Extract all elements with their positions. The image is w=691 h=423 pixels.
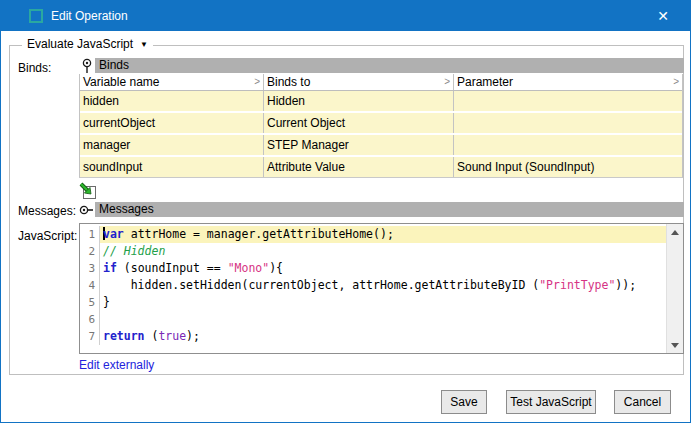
code-text[interactable]: if (soundInput == "Mono"){: [100, 260, 666, 277]
code-text[interactable]: hidden.setHidden(currentObject, attrHome…: [100, 277, 666, 294]
binds-section-bar: Binds: [79, 58, 684, 73]
cell-binds-to[interactable]: Current Object: [264, 113, 454, 133]
code-line[interactable]: 1var attrHome = manager.getAttributeHome…: [80, 226, 666, 243]
binds-table: Variable name > Binds to > Parameter > h…: [79, 74, 683, 178]
column-header-parameter[interactable]: Parameter >: [454, 74, 682, 90]
cell-variable-name[interactable]: hidden: [80, 91, 264, 111]
cell-binds-to[interactable]: STEP Manager: [264, 135, 454, 155]
line-number: 7: [80, 328, 100, 345]
test-javascript-button[interactable]: Test JavaScript: [506, 390, 596, 414]
key-vertical-icon: [79, 58, 95, 74]
messages-section-bar: Messages: [79, 202, 684, 217]
cell-variable-name[interactable]: currentObject: [80, 113, 264, 133]
cell-binds-to[interactable]: Hidden: [264, 91, 454, 111]
code-line[interactable]: 5}: [80, 294, 666, 311]
save-button[interactable]: Save: [441, 390, 487, 414]
cell-parameter[interactable]: Sound Input (SoundInput): [454, 157, 682, 177]
messages-label: Messages:: [18, 204, 76, 218]
key-horizontal-icon: [79, 202, 95, 218]
code-text[interactable]: var attrHome = manager.getAttributeHome(…: [100, 226, 666, 243]
code-text[interactable]: return (true);: [100, 328, 666, 345]
line-number: 3: [80, 260, 100, 277]
binds-section-title[interactable]: Binds: [95, 58, 684, 73]
binds-table-header: Variable name > Binds to > Parameter >: [80, 74, 682, 91]
code-line[interactable]: 4 hidden.setHidden(currentObject, attrHo…: [80, 277, 666, 294]
code-line[interactable]: 2// Hidden: [80, 243, 666, 260]
column-chevron-icon[interactable]: >: [673, 74, 679, 90]
table-row[interactable]: manager STEP Manager: [80, 135, 682, 157]
cell-parameter[interactable]: [454, 135, 682, 155]
code-text[interactable]: }: [100, 294, 666, 311]
editor-scrollbar[interactable]: [666, 224, 683, 353]
window-icon: [29, 9, 43, 23]
code-text[interactable]: [100, 311, 666, 328]
line-number: 6: [80, 311, 100, 328]
table-row[interactable]: soundInput Attribute Value Sound Input (…: [80, 157, 682, 177]
green-arrow-box-icon: [79, 182, 97, 200]
scroll-down-icon[interactable]: [667, 337, 684, 353]
operation-type-label: Evaluate JavaScript: [27, 37, 133, 51]
column-chevron-icon[interactable]: >: [254, 74, 260, 90]
javascript-editor[interactable]: 1var attrHome = manager.getAttributeHome…: [79, 223, 684, 354]
code-text[interactable]: // Hidden: [100, 243, 666, 260]
cell-variable-name[interactable]: manager: [80, 135, 264, 155]
table-row[interactable]: currentObject Current Object: [80, 113, 682, 135]
code-line[interactable]: 6: [80, 311, 666, 328]
messages-section-title[interactable]: Messages: [95, 202, 684, 217]
cancel-button[interactable]: Cancel: [614, 390, 671, 414]
cell-parameter[interactable]: [454, 113, 682, 133]
line-number: 2: [80, 243, 100, 260]
table-row[interactable]: hidden Hidden: [80, 91, 682, 113]
code-line[interactable]: 7return (true);: [80, 328, 666, 345]
window-title: Edit Operation: [51, 1, 128, 31]
binds-label: Binds:: [18, 61, 51, 75]
cell-variable-name[interactable]: soundInput: [80, 157, 264, 177]
cell-parameter[interactable]: [454, 91, 682, 111]
line-number: 1: [80, 226, 100, 243]
edit-operation-dialog: Edit Operation ✕ Evaluate JavaScript ▼ B…: [0, 0, 691, 423]
cell-binds-to[interactable]: Attribute Value: [264, 157, 454, 177]
edit-externally-link[interactable]: Edit externally: [79, 358, 154, 372]
title-bar[interactable]: Edit Operation ✕: [1, 1, 690, 31]
code-line[interactable]: 3if (soundInput == "Mono"){: [80, 260, 666, 277]
assign-bind-button[interactable]: [79, 182, 97, 200]
column-header-binds-to[interactable]: Binds to >: [264, 74, 454, 90]
column-chevron-icon[interactable]: >: [444, 74, 450, 90]
line-number: 5: [80, 294, 100, 311]
operation-type-selector[interactable]: Evaluate JavaScript ▼: [22, 37, 153, 51]
chevron-down-icon: ▼: [140, 40, 148, 49]
code-lines[interactable]: 1var attrHome = manager.getAttributeHome…: [80, 224, 666, 353]
line-number: 4: [80, 277, 100, 294]
close-icon[interactable]: ✕: [646, 1, 680, 31]
column-header-variable-name[interactable]: Variable name >: [80, 74, 264, 90]
scroll-up-icon[interactable]: [667, 224, 684, 240]
javascript-label: JavaScript:: [18, 229, 77, 243]
